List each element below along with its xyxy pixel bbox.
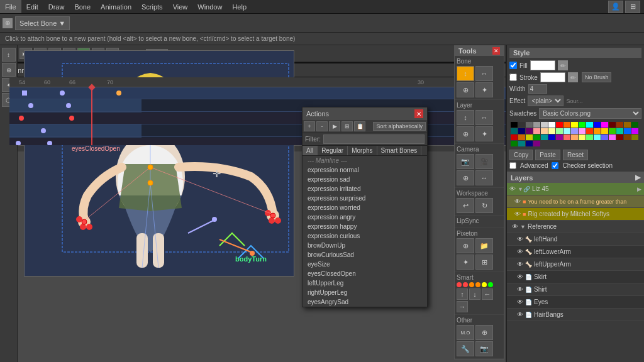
bone-tool-4[interactable]: ✦ [475,82,493,97]
grid-button[interactable]: ⊞ [625,1,640,13]
actions-tool-5[interactable]: 📋 [354,121,365,131]
color-swatch[interactable] [518,134,525,140]
checker-checkbox[interactable] [552,162,558,169]
camera-tool-2[interactable]: 🎥 [475,154,493,169]
kf-5-2[interactable] [47,141,52,145]
color-swatch[interactable] [526,128,533,134]
tab-smart-bones[interactable]: Smart Bones [377,146,422,155]
smart-left-icon[interactable]: ← [482,288,493,300]
eye-icon-shirt[interactable]: 👁 [517,286,523,293]
color-swatch[interactable] [511,134,518,140]
smart-dot-1[interactable] [457,282,462,287]
color-swatch[interactable] [511,141,518,146]
layer-lefthand[interactable]: 👁 🦴 leftHand [507,233,644,246]
action-browcuriousSad[interactable]: browCuriousSad [303,250,427,260]
kf-4-1[interactable] [41,128,46,133]
color-swatch[interactable] [548,128,555,134]
bone-tool-1[interactable]: ↕ [457,66,474,81]
filter-input[interactable] [323,134,425,144]
actions-tool-2[interactable]: - [316,121,328,131]
left-tool-1[interactable]: ↕ [2,48,16,62]
eye-icon-credit[interactable]: 👁 [514,211,521,217]
action-eyesclosedopen[interactable]: eyesClosedOpen [303,269,427,278]
stroke-edit-icon[interactable]: ✏ [568,72,578,82]
menu-scripts[interactable]: Scripts [136,0,168,13]
color-swatch[interactable] [564,122,570,128]
color-swatch[interactable] [518,122,525,128]
eye-icon-leftupper[interactable]: 👁 [517,261,523,268]
layer-tool-1[interactable]: ↕ [457,110,474,125]
menu-file[interactable]: File [0,0,21,13]
width-input[interactable] [528,84,547,94]
color-swatch[interactable] [594,122,601,128]
color-swatch[interactable] [571,128,578,134]
action-expr-normal[interactable]: expression normal [303,165,427,175]
layer-eyes[interactable]: 👁 📄 Eyes [507,296,644,309]
color-swatch[interactable] [533,128,540,134]
color-swatch[interactable] [533,122,540,128]
fill-checkbox[interactable] [509,62,517,69]
px-tool-3[interactable]: ✦ [457,255,474,270]
color-swatch[interactable] [594,134,601,140]
color-swatch[interactable] [548,134,555,140]
other-tool-1[interactable]: M.O [457,325,474,340]
tab-morphs[interactable]: Morphs [348,146,377,155]
color-swatch[interactable] [586,134,593,140]
stroke-checkbox[interactable] [509,74,517,81]
kf-1-1[interactable] [22,90,27,96]
kf-5-1[interactable] [16,141,21,145]
smart-down-icon[interactable]: ↓ [469,288,480,300]
menu-edit[interactable]: Edit [21,0,43,13]
eye-icon-eyes[interactable]: 👁 [517,299,523,305]
bone-tool-2[interactable]: ↔ [475,66,493,81]
kf-1-3[interactable] [116,90,121,96]
color-swatch[interactable] [526,122,533,128]
color-swatch[interactable] [541,134,548,140]
layer-tool-3[interactable]: ⊕ [457,126,474,141]
color-swatch[interactable] [564,128,570,134]
action-expr-happy[interactable]: expression happy [303,222,427,231]
eye-icon-ref[interactable]: 👁 [512,223,518,230]
color-swatch[interactable] [594,128,601,134]
color-swatch[interactable] [624,134,631,140]
actions-tool-4[interactable]: ⊞ [341,121,353,131]
color-swatch[interactable] [541,122,548,128]
ws-tool-1[interactable]: ↩ [457,198,474,213]
layer-leftlowerarm[interactable]: 👁 🦴 leftLowerArm [507,246,644,258]
action-eyesangrysad[interactable]: eyesAngrySad [303,297,427,307]
kf-2-2[interactable] [66,103,71,108]
color-swatch[interactable] [518,141,525,146]
action-expr-worried[interactable]: expression worried [303,203,427,212]
color-swatch[interactable] [541,128,548,134]
action-expr-surprised[interactable]: expression surprised [303,194,427,203]
px-tool-2[interactable]: 📁 [475,238,493,253]
color-swatch[interactable] [601,128,608,134]
layer-tool-2[interactable]: ↔ [475,110,493,125]
kf-3-1[interactable] [19,116,24,121]
eye-icon-skirt[interactable]: 👁 [517,273,523,280]
layer-rig-credit[interactable]: 👁 ■ Rig created by Mitchel Softys [507,208,644,221]
color-swatch[interactable] [631,122,638,128]
color-swatch[interactable] [526,134,533,140]
color-swatch[interactable] [616,134,623,140]
eye-icon-lefthand[interactable]: 👁 [517,236,523,243]
action-expr-irritated[interactable]: expression irritated [303,184,427,194]
action-expr-angry[interactable]: expression angry [303,212,427,222]
color-swatch[interactable] [556,128,563,134]
menu-help[interactable]: Help [227,0,252,13]
paste-style-button[interactable]: Paste [535,150,560,160]
menu-draw[interactable]: Draw [43,0,70,13]
advanced-checkbox[interactable] [509,162,516,169]
kf-1-2[interactable] [60,90,65,96]
actions-tool-3[interactable]: ▶ [329,121,340,131]
select-bone-button[interactable]: Select Bone ▼ [15,16,70,30]
action-expr-sad[interactable]: expression sad [303,175,427,184]
sort-alphabetically-button[interactable]: Sort alphabetically [373,122,426,131]
layer-shirt[interactable]: 👁 📄 Shirt [507,283,644,296]
layer-hairbangs[interactable]: 👁 📄 HairBangs [507,309,644,321]
other-tool-2[interactable]: ⊕ [475,325,493,340]
menu-animation[interactable]: Animation [96,0,136,13]
color-swatch[interactable] [609,134,616,140]
actions-close-button[interactable]: ✕ [414,109,423,118]
color-swatch[interactable] [533,134,540,140]
